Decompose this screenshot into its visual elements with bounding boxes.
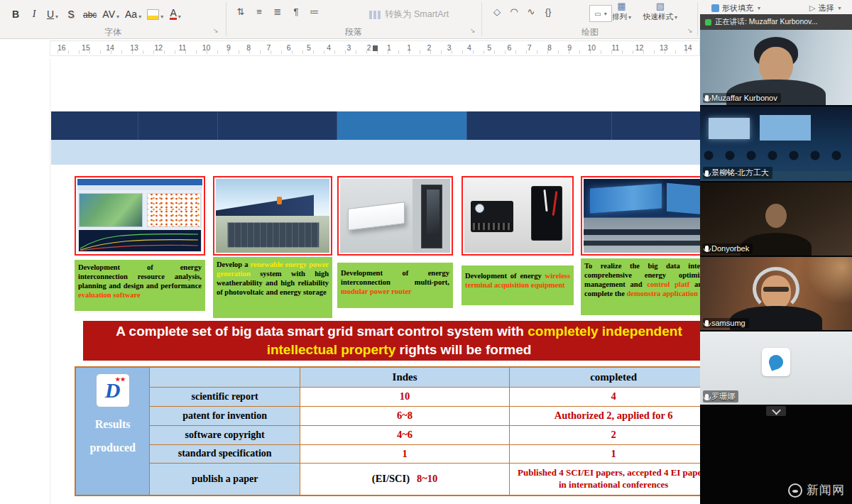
- table-header-completed: completed: [510, 367, 718, 387]
- slide-nav-tab[interactable]: [218, 111, 337, 140]
- underline-button[interactable]: U▾: [44, 2, 61, 22]
- strikethrough-button[interactable]: abc: [81, 2, 99, 22]
- row-label: standard specification: [150, 444, 300, 463]
- italic-button[interactable]: I: [26, 2, 43, 22]
- text-shadow-button[interactable]: S: [62, 2, 80, 22]
- font-color-button[interactable]: A▾: [167, 2, 184, 22]
- image-box-terminal[interactable]: [462, 176, 574, 256]
- list-button[interactable]: ≔: [307, 4, 322, 19]
- slide-text-box[interactable]: Development of energy interconnection re…: [75, 260, 205, 311]
- globe-logo-icon: [788, 483, 802, 498]
- participant-name-label: 罗珊娜: [703, 390, 738, 402]
- video-conference-panel: 正在讲话: Muzaffar Kurbonov... Muzaffar Kurb…: [700, 14, 852, 504]
- cell-indes: 4~6: [300, 425, 509, 444]
- paragraph-group-label: 段落: [227, 26, 480, 38]
- highlight-color-button[interactable]: ▾: [145, 2, 165, 22]
- cell-indes: 1: [300, 444, 509, 463]
- image-box-control-room[interactable]: [581, 176, 710, 256]
- now-speaking-bar: 正在讲话: Muzaffar Kurbonov...: [700, 14, 852, 30]
- microphone-icon: [705, 170, 709, 176]
- table-row: standard specification 1 1: [75, 444, 718, 463]
- highlighter-icon: [147, 9, 159, 20]
- line-spacing-button[interactable]: ≣: [270, 4, 285, 19]
- image-box-router[interactable]: [337, 176, 453, 256]
- dialog-launcher-icon[interactable]: ↘: [687, 27, 693, 34]
- shape-rect-icon: ▭: [594, 10, 601, 18]
- chevron-down-icon: [772, 405, 781, 415]
- cell-completed: Authorized 2, applied for 6: [510, 406, 718, 425]
- smartart-icon: [369, 11, 381, 19]
- slide-nav-tab[interactable]: [51, 111, 138, 140]
- avatar-logo-icon: [767, 353, 785, 371]
- slide-nav-tab-active[interactable]: [337, 111, 467, 140]
- table-row: publish a paper (EI/SCI)8~10 Published 4…: [75, 463, 718, 495]
- image-box-solar[interactable]: [213, 176, 332, 256]
- table-row: scientific report 10 4: [75, 387, 718, 406]
- quick-styles-icon: ▧: [656, 1, 665, 11]
- align-text-button[interactable]: ≡: [251, 4, 267, 19]
- group-separator: [697, 2, 698, 36]
- text-segment: modular power router: [341, 287, 412, 295]
- text-segment: control platf: [647, 280, 689, 288]
- microphone-icon: [705, 320, 709, 326]
- shape-brace-button[interactable]: {}: [541, 4, 555, 18]
- paragraph-mark-button[interactable]: ¶: [288, 4, 304, 19]
- row-label: scientific report: [150, 387, 300, 406]
- ruler-indent-marker[interactable]: [373, 45, 378, 51]
- chevron-down-icon: ▾: [138, 13, 141, 20]
- convert-to-smartart-button[interactable]: 转换为 SmartArt: [369, 9, 449, 21]
- row-label: software copyright: [150, 425, 300, 444]
- cell-indes: 6~8: [300, 406, 509, 425]
- table-row: software copyright 4~6 2: [75, 425, 718, 444]
- chevron-down-icon: ▾: [116, 13, 119, 20]
- image-box-software[interactable]: [75, 176, 205, 256]
- font-group-label: 字体: [0, 26, 226, 38]
- text-segment: rights will be formed: [395, 342, 531, 357]
- control-room-image: [584, 179, 707, 253]
- slide-text-box[interactable]: Development of energy wireless terminal …: [462, 265, 574, 305]
- select-button[interactable]: ▷ 选择 ▾: [809, 3, 841, 13]
- participant-video[interactable]: samsumg: [700, 257, 852, 330]
- row-label: publish a paper: [150, 463, 300, 495]
- slide-text-box[interactable]: Development of energy interconnection mu…: [337, 263, 453, 308]
- character-spacing-button[interactable]: AV▾: [100, 2, 121, 22]
- cell-completed: 4: [510, 387, 718, 406]
- headline-banner[interactable]: A complete set of big data smart grid sm…: [83, 321, 715, 361]
- participant-video[interactable]: Donyorbek: [700, 182, 852, 256]
- logo-letter: D: [105, 380, 121, 401]
- participant-video[interactable]: Muzaffar Kurbonov: [700, 30, 852, 105]
- slide-nav-tab[interactable]: [138, 111, 218, 140]
- participant-video[interactable]: 罗珊娜: [700, 332, 852, 405]
- cell-indes: (EI/SCI)8~10: [300, 463, 509, 495]
- slide-nav-bar: [51, 111, 719, 140]
- dialog-launcher-icon[interactable]: ↘: [470, 27, 476, 34]
- chevron-down-icon: ▾: [55, 13, 58, 20]
- participant-name-label: Donyorbek: [703, 243, 753, 253]
- dialog-launcher-icon[interactable]: ↘: [213, 27, 219, 34]
- participant-video[interactable]: 景柳铭-北方工大: [700, 106, 852, 181]
- group-separator: [481, 2, 482, 36]
- chevron-down-icon: ▾: [838, 5, 841, 11]
- bold-button[interactable]: B: [7, 2, 24, 22]
- shape-fill-button[interactable]: 形状填充 ▾: [711, 3, 760, 13]
- change-case-button[interactable]: Aa▾: [123, 2, 143, 22]
- shared-slide: Development of energy interconnection re…: [51, 111, 719, 498]
- shape-curve-button[interactable]: ∿: [524, 4, 538, 18]
- slide-text-box[interactable]: Develop a renewable energy power generat…: [213, 257, 332, 318]
- participant-name-label: 景柳铭-北方工大: [703, 167, 772, 179]
- software-screenshot-image: [77, 179, 202, 253]
- shape-arc-button[interactable]: ◠: [507, 4, 521, 18]
- horizontal-ruler[interactable]: 1615141312111098765432112345678910111213…: [50, 40, 700, 56]
- chevron-down-icon: ▾: [178, 13, 181, 20]
- power-router-image: [340, 179, 450, 253]
- arrange-button[interactable]: ▦ 排列▾: [612, 1, 631, 22]
- slide-subheader-band: [51, 140, 719, 165]
- slide-text-box[interactable]: To realize the big data intelli comprehe…: [581, 258, 710, 315]
- shape-gallery-dropdown[interactable]: ▭▾: [589, 5, 612, 22]
- shape-diamond-button[interactable]: ◇: [490, 4, 504, 18]
- slide-nav-tab[interactable]: [467, 111, 612, 140]
- text-direction-button[interactable]: ⇅: [233, 4, 248, 19]
- collapse-participants-button[interactable]: [766, 406, 786, 416]
- quick-styles-button[interactable]: ▧ 快速样式▾: [643, 1, 677, 22]
- results-table[interactable]: D ★★ Results produced Indes completed sc…: [75, 366, 719, 496]
